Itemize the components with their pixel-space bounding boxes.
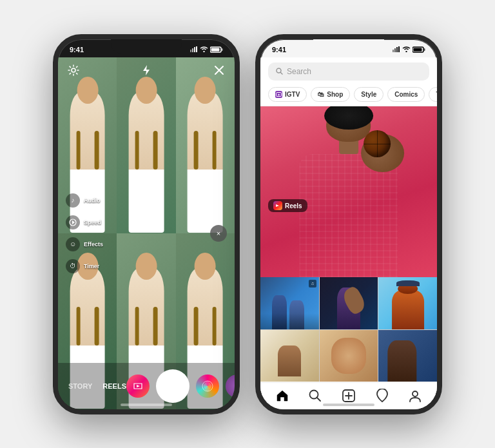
thumb-1[interactable]: ♫: [260, 277, 319, 329]
shutter-button[interactable]: [156, 369, 189, 403]
speed-item[interactable]: Speed: [66, 215, 103, 229]
timer-label: Timer: [84, 263, 99, 269]
effects-label: Effects: [84, 241, 103, 248]
thumb3-body: [392, 290, 424, 329]
basketball-seam-v: [377, 130, 378, 157]
camera-mode-tabs: STORY REELS: [68, 382, 126, 390]
thumb3-hat: [396, 280, 420, 287]
nav-home[interactable]: [275, 389, 289, 403]
thumb-5[interactable]: [320, 330, 378, 382]
status-icons-camera: [190, 46, 223, 53]
hair-left-3: [194, 131, 199, 170]
search-input[interactable]: Search: [268, 63, 429, 81]
nav-profile[interactable]: [408, 389, 422, 403]
svg-rect-20: [414, 48, 422, 51]
nav-search[interactable]: [308, 389, 322, 403]
hero-image: Reels: [260, 106, 437, 277]
thumbnail-grid: ♫: [260, 277, 437, 382]
igtv-label: IGTV: [285, 91, 300, 98]
story-tab[interactable]: STORY: [68, 382, 92, 390]
shutter-area: [126, 369, 235, 403]
svg-rect-6: [211, 48, 220, 51]
camera-side-panel: ♪ Audio Speed ☺ Ef: [66, 193, 103, 273]
svg-rect-19: [424, 48, 425, 51]
category-tabs: IGTV 🛍 Shop Style Comics TV & Movie: [260, 84, 437, 106]
battery-icon-camera: [210, 46, 223, 53]
svg-rect-2: [194, 47, 195, 52]
reels-tab[interactable]: REELS: [102, 382, 126, 390]
thumb-3[interactable]: [378, 277, 437, 329]
settings-icon[interactable]: [66, 63, 81, 78]
person-figure-2: [129, 92, 164, 233]
bolt-icon[interactable]: [139, 63, 154, 78]
svg-marker-11: [72, 220, 75, 224]
circle-close-button[interactable]: ×: [210, 225, 227, 242]
phone-explore: 9:41: [255, 34, 442, 414]
reels-icon: [126, 375, 150, 398]
colorful-effect-icon[interactable]: [196, 375, 219, 398]
person-upper-1: [70, 92, 105, 170]
svg-rect-5: [222, 48, 223, 51]
home-indicator-explore: [323, 404, 374, 406]
tab-igtv[interactable]: IGTV: [268, 87, 307, 102]
shop-icon: 🛍: [318, 91, 324, 98]
svg-point-30: [412, 391, 418, 396]
tv-movie-label: TV & Movie: [436, 91, 437, 98]
person-lower-3: [188, 170, 223, 233]
svg-rect-14: [393, 50, 394, 52]
hair-right-5: [153, 307, 158, 346]
person-upper-3: [188, 92, 223, 170]
svg-rect-0: [190, 50, 191, 52]
thumb-4[interactable]: [260, 330, 319, 382]
speed-label: Speed: [84, 219, 101, 226]
svg-rect-3: [196, 46, 197, 52]
svg-point-7: [72, 68, 75, 72]
tab-style[interactable]: Style: [354, 87, 383, 102]
person-jacket: [299, 154, 398, 277]
close-icon-camera[interactable]: [211, 63, 227, 78]
wifi-icon-camera: [200, 46, 208, 52]
svg-rect-16: [396, 47, 398, 52]
audio-item[interactable]: ♪ Audio: [66, 193, 103, 208]
camera-bottom-bar: STORY REELS: [58, 363, 235, 409]
person-upper-2: [129, 92, 164, 170]
thumb5-hand: [331, 338, 366, 375]
nav-add[interactable]: [342, 389, 356, 403]
hair-right-4: [95, 307, 99, 346]
purple-icon[interactable]: [226, 375, 235, 398]
speed-icon: [66, 215, 80, 229]
hair-left-2: [135, 131, 139, 170]
reels-label: Reels: [285, 202, 302, 209]
thumb1-overlay: [260, 313, 319, 329]
grid-cell-3: [176, 57, 235, 233]
notch-camera: [111, 39, 182, 54]
svg-line-26: [317, 398, 321, 402]
svg-rect-17: [398, 46, 400, 52]
hair-left-4: [76, 307, 81, 346]
shutter-inner: [159, 373, 186, 400]
thumb4-figure: [278, 346, 301, 376]
thumb-6[interactable]: [378, 330, 437, 382]
person-lower-2: [129, 170, 164, 233]
timer-icon: ⏱: [66, 259, 80, 273]
notch-explore: [313, 39, 384, 54]
grid-cell-2: [117, 57, 175, 233]
phone-camera: 9:41: [53, 34, 240, 414]
thumb1-indicator: ♫: [309, 280, 316, 287]
timer-item[interactable]: ⏱ Timer: [66, 259, 103, 273]
shop-label: Shop: [327, 91, 343, 98]
explore-content: Reels ♫: [260, 106, 437, 382]
thumb-2[interactable]: [320, 277, 378, 329]
nav-activity[interactable]: [375, 389, 389, 403]
audio-icon: ♪: [66, 193, 80, 208]
search-placeholder: Search: [287, 67, 311, 76]
explore-screen: Search IGTV: [260, 57, 437, 409]
tab-shop[interactable]: 🛍 Shop: [311, 87, 350, 102]
camera-top-bar: [58, 57, 235, 83]
effects-item[interactable]: ☺ Effects: [66, 237, 103, 251]
tab-comics[interactable]: Comics: [387, 87, 425, 102]
reels-badge-icon: [273, 201, 282, 210]
hair-right-2: [153, 131, 158, 170]
hair-right-1: [95, 131, 99, 170]
tab-tv-movie[interactable]: TV & Movie: [429, 87, 437, 102]
